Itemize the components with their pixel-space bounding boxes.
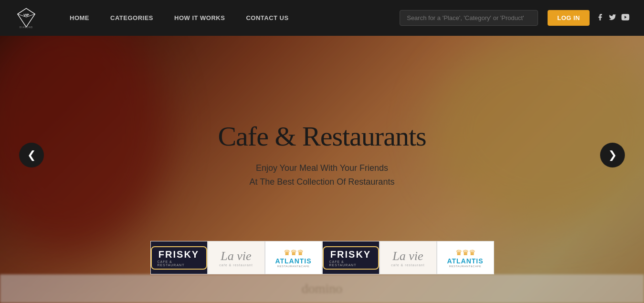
facebook-icon[interactable] [596,13,604,22]
nav-categories[interactable]: CATEGORIES [100,0,164,36]
twitter-icon[interactable] [609,13,616,22]
next-arrow-button[interactable]: ❯ [600,143,625,167]
svg-text:DIAMOND: DIAMOND [20,26,33,29]
hero-title: Cafe & Restaurants [218,121,426,152]
hero-section: Cafe & Restaurants Enjoy Your Meal With … [0,36,644,303]
lavie-logo-2: La vie cafe & restaurant [391,249,424,267]
hero-subtitle-line2: At The Best Collection Of Restaurants [218,175,426,189]
atlantis-text-2: ATLANTIS [447,257,483,265]
hero-subtitle-line1: Enjoy Your Meal With Your Friends [218,161,426,175]
nav-how-it-works[interactable]: HOW IT WORKS [164,0,235,36]
atlantis-logo-1: ♛♛♛ ATLANTIS RESTAURANT&CAFE [275,248,311,268]
nav-right: LOG IN [548,10,630,26]
svg-text:VIP: VIP [23,12,29,17]
bottom-scroll-area: domino [0,274,644,303]
social-icons [596,13,630,22]
logo-card-frisky-2[interactable]: FRISKY CAFE & RESTAURANT [322,241,380,274]
hero-content: Cafe & Restaurants Enjoy Your Meal With … [208,121,435,188]
logo-card-frisky-1[interactable]: FRISKY CAFE & RESTAURANT [150,241,208,274]
atlantis-crown-2: ♛♛♛ [455,248,475,257]
atlantis-logo-2: ♛♛♛ ATLANTIS RESTAURANT&CAFE [447,248,483,268]
frisky-logo-1: FRISKY CAFE & RESTAURANT [151,241,207,274]
lavie-text-1: La vie [221,249,251,263]
bottom-text: domino [302,281,343,296]
nav-contact-us[interactable]: CONTACT US [235,0,299,36]
logo-card-atlantis-1[interactable]: ♛♛♛ ATLANTIS RESTAURANT&CAFE [265,241,322,274]
nav-home[interactable]: HOME [59,0,100,36]
atlantis-text-1: ATLANTIS [275,257,311,265]
logo-strip: FRISKY CAFE & RESTAURANT La vie cafe & r… [150,241,494,274]
svg-marker-0 [18,8,35,27]
atlantis-crown-1: ♛♛♛ [284,248,304,257]
login-button[interactable]: LOG IN [548,10,590,26]
logo-card-lavie-2[interactable]: La vie cafe & restaurant [380,241,437,274]
frisky-text-1: FRISKY [158,249,199,260]
frisky-logo-2: FRISKY CAFE & RESTAURANT [323,241,379,274]
search-input[interactable] [400,10,538,26]
logo-icon: VIP DIAMOND [14,6,38,30]
lavie-text-2: La vie [392,249,423,263]
youtube-icon[interactable] [621,14,630,22]
logo-card-lavie-1[interactable]: La vie cafe & restaurant [208,241,265,274]
lavie-logo-1: La vie cafe & restaurant [219,249,253,267]
logo-card-atlantis-2[interactable]: ♛♛♛ ATLANTIS RESTAURANT&CAFE [437,241,494,274]
navbar: VIP DIAMOND HOME CATEGORIES HOW IT WORKS… [0,0,644,36]
logo[interactable]: VIP DIAMOND [14,6,40,30]
prev-arrow-button[interactable]: ❮ [19,143,44,167]
nav-links: HOME CATEGORIES HOW IT WORKS CONTACT US [59,0,400,36]
frisky-text-2: FRISKY [330,249,371,260]
